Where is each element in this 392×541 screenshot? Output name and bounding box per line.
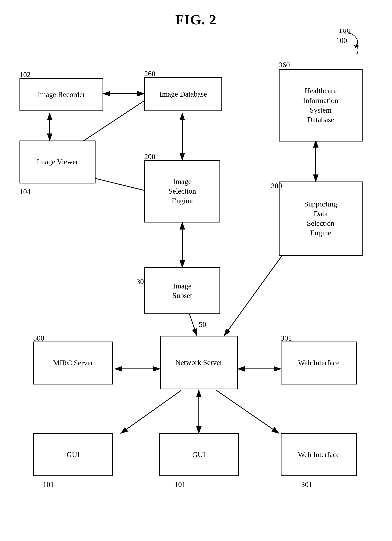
ref-100-arrow-svg: 100 (328, 29, 367, 53)
ref-301-bottom: 301 (301, 480, 312, 489)
image-database-box: Image Database (144, 77, 222, 111)
ref-101-left: 101 (43, 480, 54, 489)
gui-left-box: GUI (33, 433, 113, 476)
svg-line-15 (216, 390, 279, 433)
ref-50: 50 (199, 320, 206, 329)
network-server-box: Network Server (160, 336, 238, 389)
web-interface-bottom-box: Web Interface (281, 433, 357, 476)
gui-center-box: GUI (159, 433, 239, 476)
svg-line-13 (121, 390, 181, 433)
image-selection-box: Image Selection Engine (144, 160, 220, 223)
ref-101-center: 101 (174, 480, 186, 489)
supporting-data-box: Supporting Data Selection Engine (279, 182, 362, 256)
image-recorder-box: Image Recorder (20, 78, 103, 111)
svg-text:100: 100 (338, 29, 351, 35)
ref-360: 360 (279, 61, 290, 69)
ref-260: 260 (144, 69, 155, 78)
ref-301-right: 301 (281, 334, 292, 342)
figure-title: FIG. 2 (0, 12, 392, 28)
svg-line-9 (224, 244, 290, 336)
ref-300: 300 (271, 182, 282, 190)
mirc-server-box: MIRC Server (33, 342, 113, 385)
ref-102: 102 (20, 70, 31, 79)
ref-104: 104 (20, 187, 31, 196)
image-subset-box: Image Subset (144, 267, 220, 314)
ref-200: 200 (144, 152, 155, 161)
web-interface-right-box: Web Interface (281, 342, 357, 385)
image-viewer-box: Image Viewer (20, 140, 96, 183)
ref-500: 500 (33, 334, 44, 342)
ref-30: 30 (137, 277, 144, 286)
healthcare-db-box: Healthcare Information System Database (279, 69, 362, 141)
